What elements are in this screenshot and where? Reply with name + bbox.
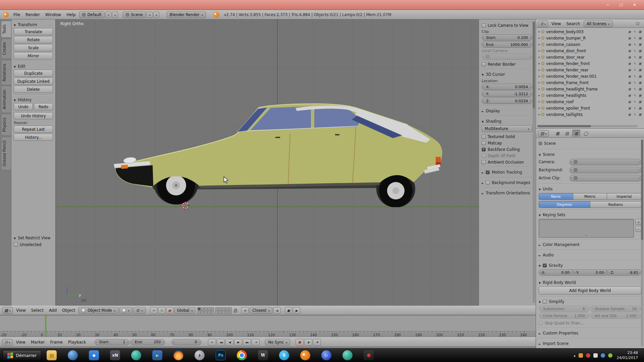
outliner-item[interactable]: vendome_fender_front: [537, 60, 643, 67]
clip-start-field[interactable]: Start: 0.100: [482, 35, 532, 41]
unit-none-button[interactable]: None: [539, 193, 573, 200]
volume-icon[interactable]: [608, 353, 612, 358]
close-layout-button[interactable]: [112, 12, 118, 18]
jump-to-end-button[interactable]: [252, 339, 260, 346]
car-model[interactable]: [112, 103, 446, 207]
lock-camera-option[interactable]: Lock Camera to View: [482, 22, 532, 28]
checkbox-checked[interactable]: [482, 147, 486, 152]
object-name[interactable]: vendome_body.003: [546, 29, 584, 34]
object-name[interactable]: vendome_headlights: [546, 93, 586, 98]
visibility-eye-icon[interactable]: [628, 43, 631, 46]
outliner-scope-dropdown[interactable]: All Scenes: [584, 20, 613, 27]
simplify-panel-header[interactable]: Simplify: [539, 298, 641, 305]
menu-item[interactable]: Render: [23, 12, 43, 17]
tool-shelf-tab[interactable]: Physics: [1, 114, 11, 136]
radians-button[interactable]: Radians: [590, 201, 642, 208]
visibility-eye-icon[interactable]: [628, 87, 631, 91]
drag-handle-icon[interactable]: [49, 23, 53, 27]
menu-item[interactable]: Object: [59, 308, 78, 313]
history-button[interactable]: History...: [14, 134, 53, 141]
checkbox[interactable]: [482, 23, 486, 27]
tray-red-icon[interactable]: [586, 353, 590, 358]
network-icon[interactable]: [601, 353, 605, 358]
menu-item[interactable]: Select: [29, 308, 46, 313]
import-scene-panel-header[interactable]: Import Scene: [539, 340, 641, 347]
selectability-arrow-icon[interactable]: [633, 36, 636, 40]
checkbox[interactable]: [482, 141, 486, 145]
scene-panel-header[interactable]: Scene: [539, 151, 641, 158]
add-keying-set-button[interactable]: [635, 219, 641, 225]
outliner-item[interactable]: vendome_caisson: [537, 41, 643, 48]
frame-start-field[interactable]: Start: 1: [95, 339, 129, 345]
selectability-arrow-icon[interactable]: [633, 100, 636, 104]
add-rigid-body-world-button[interactable]: Add Rigid Body World: [539, 287, 641, 295]
renderability-camera-icon[interactable]: [639, 106, 642, 110]
blender-app-icon[interactable]: [3, 12, 9, 17]
media-player-icon[interactable]: [321, 350, 331, 360]
selectability-arrow-icon[interactable]: [633, 87, 636, 91]
renderability-camera-icon[interactable]: [639, 74, 642, 78]
lock-icon[interactable]: [234, 310, 237, 312]
viewport-editor-button[interactable]: [2, 307, 13, 314]
outliner-item[interactable]: vendome_headlights: [537, 92, 643, 99]
outliner-item[interactable]: vendome_door_front: [537, 48, 643, 54]
checkbox-checked[interactable]: [543, 263, 547, 267]
object-name[interactable]: vendome_frame_front: [546, 80, 589, 85]
record-button[interactable]: [296, 339, 304, 346]
tool-button[interactable]: Duplicate: [14, 70, 53, 77]
scene-tab[interactable]: [572, 130, 580, 137]
outliner-item[interactable]: vendome_door_rear: [537, 54, 643, 60]
tool-button[interactable]: Rotate: [14, 36, 53, 43]
gray-app-icon[interactable]: [195, 350, 205, 360]
tool-button[interactable]: Duplicate Linked: [14, 78, 53, 85]
outliner-item[interactable]: vendome_fender_rear: [537, 67, 643, 73]
outliner-item[interactable]: vendome_spoiler_front: [537, 105, 643, 111]
keying-sets-panel-header[interactable]: Keying Sets: [539, 212, 641, 218]
disclosure-dot-icon[interactable]: [538, 88, 540, 90]
display-panel-header[interactable]: Display: [482, 108, 532, 114]
selectability-arrow-icon[interactable]: [633, 113, 636, 116]
gravity-x-field[interactable]: X: 0.00: [539, 269, 573, 276]
blender-taskbar-icon[interactable]: [300, 350, 310, 360]
checkbox[interactable]: [482, 160, 486, 164]
outliner-item[interactable]: vendome_bumper_R: [537, 35, 643, 41]
xnview-icon[interactable]: xN: [110, 350, 120, 360]
render-opengl-anim-button[interactable]: [293, 307, 300, 314]
outliner-item[interactable]: vendome_headlight_frame: [537, 86, 643, 92]
add-scene-button[interactable]: [147, 12, 153, 18]
clip-end-field[interactable]: End: 1000.000: [482, 42, 532, 48]
tool-shelf-tab[interactable]: Relations: [1, 60, 11, 85]
object-name[interactable]: vendome_bumper_R: [546, 36, 586, 41]
close-button[interactable]: [629, 2, 640, 8]
n-panel-scrollbar[interactable]: [533, 21, 535, 303]
keying-set-button[interactable]: [304, 339, 312, 346]
textured-solid-option[interactable]: Textured Solid: [482, 133, 532, 140]
object-name[interactable]: vendome_fender_rear: [546, 68, 588, 72]
operator-panel-header[interactable]: Set Restrict View: [14, 235, 53, 241]
tool-shelf-tab[interactable]: Tools: [1, 21, 11, 38]
blue-app-icon[interactable]: [68, 350, 78, 360]
orientation-dropdown[interactable]: Global: [174, 307, 196, 314]
disclosure-dot-icon[interactable]: [538, 101, 540, 103]
3d-cursor-panel-header[interactable]: 3D Cursor: [482, 71, 532, 78]
world-tab[interactable]: [582, 130, 590, 137]
rotate-manipulator-button[interactable]: [158, 307, 165, 314]
paint-app-icon[interactable]: [364, 350, 374, 360]
renderability-camera-icon[interactable]: [639, 62, 642, 65]
explorer-icon[interactable]: [47, 350, 57, 360]
menu-item[interactable]: View: [549, 21, 564, 26]
menu-item[interactable]: View: [13, 340, 28, 345]
keying-sets-list[interactable]: [539, 219, 634, 238]
visibility-eye-icon[interactable]: [628, 106, 631, 110]
tool-button[interactable]: Mirror: [14, 52, 53, 59]
checkbox[interactable]: [482, 62, 486, 66]
visibility-eye-icon[interactable]: [628, 30, 631, 34]
disclosure-dot-icon[interactable]: [538, 82, 540, 83]
teal-app-icon[interactable]: [131, 350, 141, 360]
current-frame-field[interactable]: 0: [172, 339, 201, 345]
checkbox[interactable]: [543, 300, 547, 304]
background-field[interactable]: [570, 167, 641, 173]
undo-history-button[interactable]: Undo History: [14, 112, 53, 119]
gravity-panel-header[interactable]: Gravity: [539, 262, 641, 269]
cursor-z-field[interactable]: Z: 0.0234: [482, 98, 532, 104]
